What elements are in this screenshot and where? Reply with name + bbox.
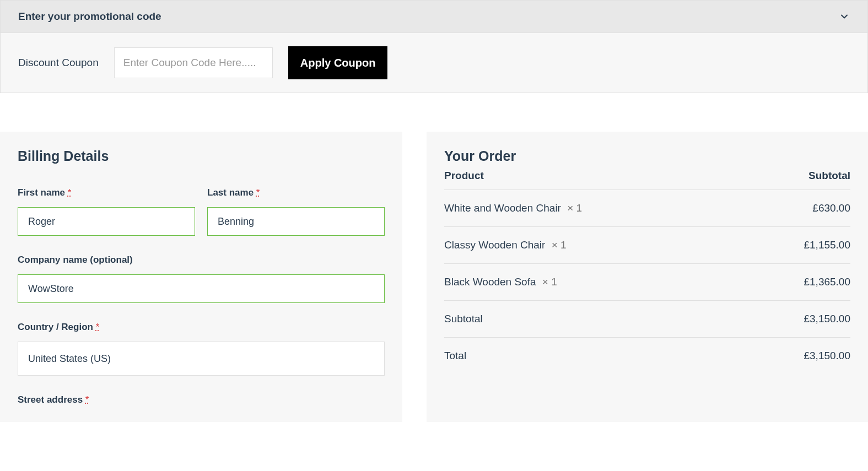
order-item-row: Black Wooden Sofa × 1 £1,365.00 [444, 264, 850, 301]
street-label: Street address * [18, 394, 385, 405]
first-name-label-text: First name [18, 187, 65, 198]
subtotal-row: Subtotal £3,150.00 [444, 301, 850, 338]
order-item-row: White and Wooden Chair × 1 £630.00 [444, 190, 850, 227]
coupon-input[interactable] [114, 47, 273, 78]
first-name-label: First name * [18, 187, 195, 198]
product-qty: × 1 [552, 239, 567, 251]
company-input[interactable] [18, 274, 385, 303]
product-price: £1,155.00 [804, 239, 850, 251]
country-value: United States (US) [28, 353, 111, 365]
street-label-text: Street address [18, 394, 83, 405]
company-field: Company name (optional) [18, 255, 385, 303]
order-title: Your Order [444, 148, 850, 164]
promo-header-toggle[interactable]: Enter your promotional code [1, 1, 867, 33]
product-name: Classy Wooden Chair [444, 239, 545, 251]
order-table-header: Product Subtotal [444, 170, 850, 190]
promo-section: Enter your promotional code Discount Cou… [0, 0, 868, 93]
country-label-text: Country / Region [18, 322, 93, 332]
last-name-label: Last name * [207, 187, 385, 198]
street-field: Street address * [18, 394, 385, 405]
promo-header-text: Enter your promotional code [18, 10, 161, 23]
last-name-input[interactable] [207, 207, 385, 236]
apply-coupon-button[interactable]: Apply Coupon [288, 46, 388, 79]
chevron-down-icon [839, 11, 850, 22]
promo-body: Discount Coupon Apply Coupon [1, 33, 867, 93]
required-indicator: * [68, 187, 72, 198]
header-product: Product [444, 170, 484, 182]
product-price: £630.00 [812, 202, 850, 214]
first-name-field: First name * [18, 187, 195, 236]
product-price: £1,365.00 [804, 276, 850, 288]
product-qty: × 1 [567, 202, 582, 214]
required-indicator: * [256, 187, 260, 198]
required-indicator: * [85, 394, 89, 405]
country-select[interactable]: United States (US) [18, 342, 385, 376]
subtotal-value: £3,150.00 [804, 313, 850, 325]
country-field: Country / Region * United States (US) [18, 322, 385, 376]
company-label: Company name (optional) [18, 255, 385, 266]
product-qty: × 1 [542, 276, 557, 288]
order-item-row: Classy Wooden Chair × 1 £1,155.00 [444, 227, 850, 264]
billing-details-panel: Billing Details First name * Last name * [0, 132, 402, 422]
first-name-input[interactable] [18, 207, 195, 236]
product-name: White and Wooden Chair [444, 202, 561, 214]
total-row: Total £3,150.00 [444, 338, 850, 374]
discount-coupon-label: Discount Coupon [18, 57, 99, 69]
billing-title: Billing Details [18, 148, 385, 164]
product-name: Black Wooden Sofa [444, 276, 536, 288]
header-subtotal: Subtotal [808, 170, 850, 182]
total-value: £3,150.00 [804, 350, 850, 362]
required-indicator: * [96, 322, 100, 332]
order-summary-panel: Your Order Product Subtotal White and Wo… [427, 132, 868, 422]
last-name-label-text: Last name [207, 187, 254, 198]
subtotal-label: Subtotal [444, 313, 483, 325]
total-label: Total [444, 350, 466, 362]
last-name-field: Last name * [207, 187, 385, 236]
country-label: Country / Region * [18, 322, 385, 333]
